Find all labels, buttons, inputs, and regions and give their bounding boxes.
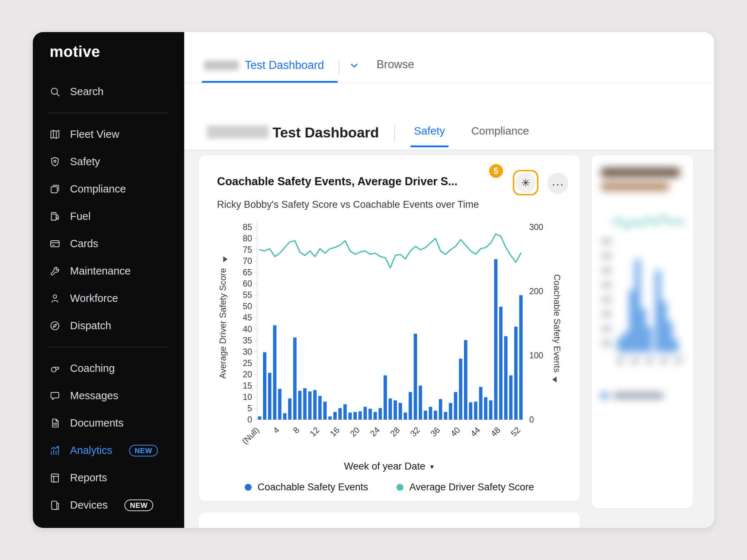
svg-text:75: 75 [243, 245, 252, 254]
sidebar-item-fuel[interactable]: Fuel [33, 203, 184, 230]
document-icon [49, 417, 61, 429]
page-header: Test Dashboard Safety Compliance [184, 83, 714, 149]
insights-count-badge: 5 [489, 164, 503, 178]
redacted-text [207, 125, 269, 139]
tab-test-dashboard[interactable]: Test Dashboard [202, 59, 338, 83]
compass-icon [49, 320, 61, 332]
sidebar-item-compliance[interactable]: Compliance [33, 175, 184, 203]
sparkle-icon: ✳ [521, 176, 530, 189]
device-icon [49, 499, 61, 511]
svg-text:0: 0 [529, 415, 534, 424]
svg-text:24: 24 [368, 425, 382, 439]
sidebar-item-dispatch[interactable]: Dispatch [33, 312, 184, 339]
svg-text:30: 30 [243, 347, 252, 357]
tab-compliance[interactable]: Compliance [468, 125, 533, 149]
motive-logo: motive [50, 43, 184, 61]
sidebar-item-messages[interactable]: Messages [33, 382, 184, 409]
svg-text:52: 52 [509, 425, 522, 438]
svg-text:35: 35 [243, 336, 252, 345]
chart-card: Coachable Safety Events, Average Driver … [199, 155, 580, 501]
shield-icon [49, 156, 61, 168]
search-icon [49, 86, 61, 98]
svg-text:28: 28 [388, 425, 401, 438]
svg-text:85: 85 [243, 222, 252, 232]
page-title: Test Dashboard [272, 125, 379, 141]
svg-text:10: 10 [243, 392, 252, 402]
svg-text:200: 200 [529, 287, 543, 296]
redacted-text [204, 61, 239, 70]
new-badge: NEW [124, 499, 153, 511]
sidebar-item-maintenance[interactable]: Maintenance [33, 257, 184, 285]
sidebar-item-search[interactable]: Search [33, 78, 184, 105]
svg-text:70: 70 [243, 256, 252, 266]
svg-text:4: 4 [271, 425, 281, 435]
svg-text:20: 20 [348, 425, 361, 438]
chevron-down-icon[interactable] [349, 60, 360, 73]
sidebar-item-devices[interactable]: Devices NEW [33, 491, 184, 519]
chat-icon [49, 390, 61, 402]
report-table-icon [49, 472, 61, 484]
sidebar-item-safety[interactable]: Safety [33, 148, 184, 175]
svg-text:300: 300 [529, 222, 543, 232]
tab-safety[interactable]: Safety [410, 125, 449, 149]
svg-text:32: 32 [408, 425, 421, 438]
sidebar-divider [48, 113, 169, 113]
legend-item-score[interactable]: Average Driver Safety Score [396, 482, 534, 493]
svg-text:8: 8 [291, 425, 301, 435]
legend-dot-blue [245, 484, 252, 491]
sidebar: motive Search Fleet View Safety Complian… [33, 32, 184, 528]
svg-text:Coachable Safety Events: Coachable Safety Events [552, 274, 562, 373]
svg-text:60: 60 [243, 279, 252, 288]
blurred-chart-card [592, 155, 693, 508]
sidebar-item-cards[interactable]: Cards [33, 230, 184, 257]
combo-chart: 0510152025303540455055606570758085010020… [216, 215, 563, 451]
card-actions: 5 ✳ … [483, 164, 570, 205]
svg-text:Average Driver Safety Score: Average Driver Safety Score [218, 268, 228, 379]
map-icon [49, 129, 61, 140]
highlight-frame: ✳ [513, 170, 538, 195]
sidebar-item-workforce[interactable]: Workforce [33, 285, 184, 312]
new-badge: NEW [129, 445, 158, 456]
svg-text:55: 55 [243, 290, 252, 300]
sidebar-item-partial[interactable] [33, 519, 184, 528]
title-divider [394, 124, 395, 142]
svg-text:40: 40 [243, 324, 252, 334]
blurred-content [601, 168, 684, 399]
whistle-icon [49, 363, 61, 374]
sidebar-item-analytics[interactable]: Analytics NEW [33, 437, 184, 464]
dashboard-tab-label: Test Dashboard [245, 59, 324, 72]
sidebar-divider [48, 347, 169, 347]
svg-text:12: 12 [308, 425, 321, 438]
next-card-peek [199, 512, 580, 528]
sidebar-item-reports[interactable]: Reports [33, 464, 184, 491]
sidebar-item-coaching[interactable]: Coaching [33, 355, 184, 382]
fuel-pump-icon [49, 211, 61, 222]
insights-button[interactable]: ✳ [515, 172, 536, 193]
svg-text:5: 5 [247, 404, 252, 413]
chart-legend: Coachable Safety Events Average Driver S… [215, 482, 564, 493]
analytics-chart-icon [49, 445, 61, 456]
legend-dot-teal [396, 484, 403, 491]
svg-text:16: 16 [328, 425, 341, 438]
sidebar-item-fleet-view[interactable]: Fleet View [33, 121, 184, 148]
dashboard-tabbar: Test Dashboard Browse [184, 32, 714, 83]
svg-text:40: 40 [448, 425, 461, 438]
svg-text:100: 100 [529, 351, 543, 360]
credit-card-icon [49, 238, 61, 250]
more-options-button[interactable]: … [547, 173, 568, 194]
svg-text:65: 65 [243, 268, 252, 277]
sidebar-item-documents[interactable]: Documents [33, 409, 184, 437]
x-axis-label[interactable]: Week of year Date▼ [215, 461, 564, 472]
svg-text:0: 0 [247, 415, 252, 424]
svg-text:(Null): (Null) [240, 425, 261, 446]
svg-text:45: 45 [243, 313, 252, 322]
tab-browse[interactable]: Browse [376, 58, 414, 83]
chart-area: 0510152025303540455055606570758085010020… [215, 215, 564, 451]
compliance-icon [49, 183, 61, 195]
person-icon [49, 293, 61, 304]
app-window: motive Search Fleet View Safety Complian… [33, 32, 714, 528]
sidebar-item-label: Search [70, 86, 104, 98]
wrench-icon [49, 265, 61, 277]
legend-item-events[interactable]: Coachable Safety Events [245, 482, 368, 493]
svg-text:15: 15 [243, 381, 252, 390]
